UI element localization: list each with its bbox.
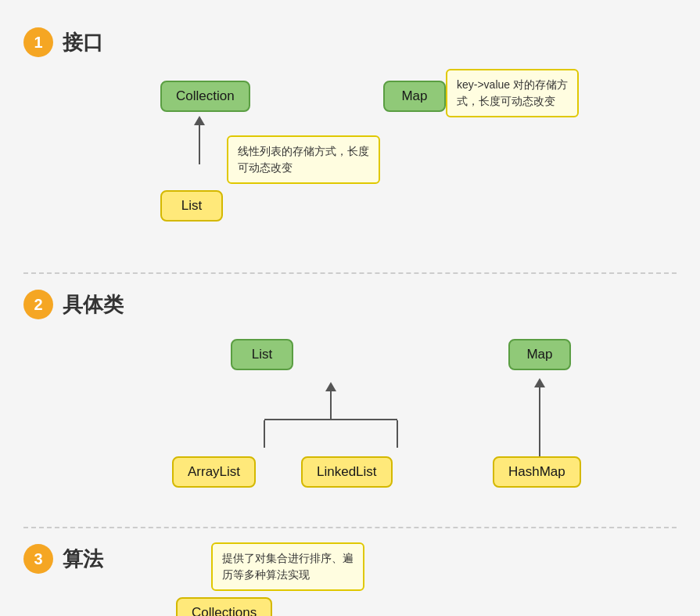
arrow-list-up xyxy=(264,382,398,448)
arraylist-node: ArrayList xyxy=(172,456,256,488)
section2-title: 具体类 xyxy=(63,291,124,319)
section-classes: 2 具体类 List Map xyxy=(23,278,677,523)
arraylist-label: ArrayList xyxy=(172,456,256,488)
collections-node: Collections xyxy=(176,597,272,616)
section1-number: 1 xyxy=(23,27,53,57)
section2-content: List Map xyxy=(23,335,677,507)
linkedlist-label: LinkedList xyxy=(301,456,393,488)
algo-tooltip-text: 提供了对集合进行排序、遍历等多种算法实现 xyxy=(211,542,364,591)
list-label-2: List xyxy=(231,339,293,370)
section3-content: 提供了对集合进行排序、遍历等多种算法实现 Collections xyxy=(23,589,677,616)
map-label-2: Map xyxy=(508,339,571,370)
list-tooltip-text: 线性列表的存储方式，长度可动态改变 xyxy=(227,135,380,184)
main-container: 1 接口 Collection Map key->value 对的存储方式，长度… xyxy=(0,0,700,616)
section2-header: 2 具体类 xyxy=(23,290,677,319)
collection-node: Collection xyxy=(160,81,250,112)
algo-tooltip: 提供了对集合进行排序、遍历等多种算法实现 xyxy=(211,542,364,591)
arrow-list-collection xyxy=(194,116,205,164)
map-node-1: Map xyxy=(383,81,446,112)
map-label-1: Map xyxy=(383,81,446,112)
section3-title: 算法 xyxy=(63,546,103,573)
arrow-hashmap-map xyxy=(534,378,545,466)
map-tooltip: key->value 对的存储方式，长度可动态改变 xyxy=(446,69,579,117)
collections-label: Collections xyxy=(176,597,272,616)
linkedlist-node: LinkedList xyxy=(301,456,393,488)
section1-title: 接口 xyxy=(63,29,103,56)
section1-header: 1 接口 xyxy=(23,27,677,57)
section3-number: 3 xyxy=(23,544,53,574)
divider-2 xyxy=(23,527,677,528)
map-tooltip-text: key->value 对的存储方式，长度可动态改变 xyxy=(446,69,579,117)
list-node-2: List xyxy=(231,339,293,370)
divider-1 xyxy=(23,272,677,274)
collection-label: Collection xyxy=(160,81,250,112)
section1-content: Collection Map key->value 对的存储方式，长度可动态改变… xyxy=(23,73,677,253)
section-interfaces: 1 接口 Collection Map key->value 对的存储方式，长度… xyxy=(23,16,677,268)
section2-number: 2 xyxy=(23,290,53,319)
list-label-1: List xyxy=(160,190,223,222)
map-node-2: Map xyxy=(508,339,571,370)
hashmap-node: HashMap xyxy=(493,456,581,488)
list-tooltip: 线性列表的存储方式，长度可动态改变 xyxy=(227,135,380,184)
list-node-1: List xyxy=(160,190,223,222)
section-algorithms: 3 算法 提供了对集合进行排序、遍历等多种算法实现 Collections xyxy=(23,532,677,616)
hashmap-label: HashMap xyxy=(493,456,581,488)
